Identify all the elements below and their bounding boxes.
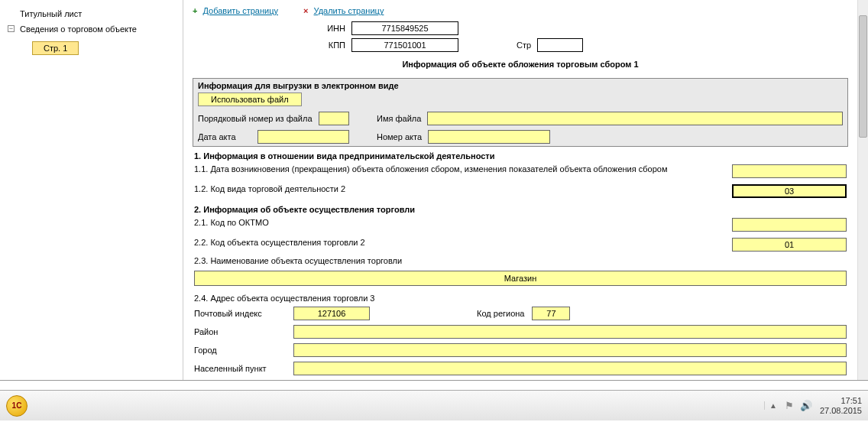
main-panel: + Добавить страницу × Удалить страницу И… bbox=[183, 0, 868, 380]
region-label: Код региона bbox=[477, 309, 524, 318]
system-tray: ▲ ⚑ 🔊 17:51 27.08.2015 bbox=[764, 396, 862, 416]
row-2-1-label: 2.1. Код по ОКТМО bbox=[194, 218, 724, 227]
sidebar: Титульный лист − Сведения о торговом объ… bbox=[0, 0, 183, 380]
use-file-button[interactable]: Использовать файл bbox=[198, 93, 302, 106]
str-field[interactable] bbox=[537, 38, 583, 52]
volume-icon[interactable]: 🔊 bbox=[800, 400, 812, 411]
row-2-2-label: 2.2. Код объекта осуществления торговли … bbox=[194, 238, 724, 247]
filename-label: Имя файла bbox=[377, 114, 421, 123]
row-2-3-label: 2.3. Наименование объекта осуществления … bbox=[193, 254, 848, 268]
row-2-3-field[interactable]: Магазин bbox=[194, 271, 847, 286]
scrollbar-thumb[interactable] bbox=[859, 15, 867, 138]
nav-trade-object[interactable]: − Сведения о торговом объекте bbox=[5, 21, 178, 37]
seq-label: Порядковый номер из файла bbox=[198, 114, 313, 123]
nav-page-1[interactable]: Стр. 1 bbox=[32, 41, 79, 55]
region-field[interactable]: 77 bbox=[532, 307, 570, 320]
str-label: Стр bbox=[517, 41, 531, 50]
city-label: Город bbox=[194, 346, 286, 355]
add-page-link[interactable]: + Добавить страницу bbox=[193, 6, 303, 15]
locality-field[interactable] bbox=[293, 362, 847, 375]
logo-1c-icon[interactable]: 1С bbox=[6, 395, 28, 417]
act-date-label: Дата акта bbox=[198, 132, 251, 141]
nav-label: Титульный лист bbox=[20, 9, 82, 18]
locality-label: Населенный пункт bbox=[194, 364, 286, 373]
section1-header: 1. Информация в отношении вида предприни… bbox=[193, 147, 848, 162]
act-num-label: Номер акта bbox=[377, 132, 422, 141]
row-2-1-field[interactable] bbox=[732, 218, 847, 232]
page-title: Информация об объекте обложения торговым… bbox=[193, 54, 848, 75]
plus-icon: + bbox=[193, 6, 197, 15]
kpp-field[interactable]: 771501001 bbox=[351, 38, 458, 52]
postal-label: Почтовый индекс bbox=[194, 309, 286, 318]
clock-date: 27.08.2015 bbox=[820, 406, 862, 416]
row-1-1-field[interactable] bbox=[732, 164, 847, 178]
clock-time: 17:51 bbox=[820, 396, 862, 406]
clock[interactable]: 17:51 27.08.2015 bbox=[820, 396, 862, 416]
inn-label: ИНН bbox=[193, 24, 345, 33]
act-date-field[interactable] bbox=[257, 130, 349, 144]
seq-field[interactable] bbox=[319, 112, 349, 125]
collapse-icon[interactable]: − bbox=[8, 25, 15, 32]
taskbar: 1С ▲ ⚑ 🔊 17:51 27.08.2015 bbox=[0, 390, 868, 420]
export-block: Информация для выгрузки в электронном ви… bbox=[193, 78, 848, 147]
delete-page-link[interactable]: × Удалить страницу bbox=[303, 6, 406, 15]
act-num-field[interactable] bbox=[428, 130, 550, 144]
city-field[interactable] bbox=[293, 343, 847, 357]
vertical-scrollbar[interactable] bbox=[857, 0, 868, 380]
page-actions: + Добавить страницу × Удалить страницу bbox=[193, 5, 848, 20]
filename-field[interactable] bbox=[427, 112, 843, 125]
flag-icon[interactable]: ⚑ bbox=[785, 400, 794, 411]
x-icon: × bbox=[303, 6, 308, 15]
nav-label: Сведения о торговом объекте bbox=[20, 24, 137, 34]
row-1-2-field[interactable]: 03 bbox=[732, 184, 847, 198]
postal-field[interactable]: 127106 bbox=[293, 307, 370, 320]
district-label: Район bbox=[194, 327, 286, 336]
inn-field[interactable]: 7715849525 bbox=[351, 21, 458, 35]
nav-title-sheet[interactable]: Титульный лист bbox=[5, 6, 178, 21]
district-field[interactable] bbox=[293, 325, 847, 339]
kpp-label: КПП bbox=[193, 41, 345, 50]
tray-expand-icon[interactable]: ▲ bbox=[764, 401, 777, 410]
export-header: Информация для выгрузки в электронном ви… bbox=[193, 79, 847, 93]
section2-header: 2. Информация об объекте осуществления т… bbox=[193, 200, 848, 216]
row-2-2-field[interactable]: 01 bbox=[732, 238, 847, 252]
row-1-2-label: 1.2. Код вида торговой деятельности 2 bbox=[194, 184, 724, 193]
row-1-1-label: 1.1. Дата возникновения (прекращения) об… bbox=[194, 164, 724, 174]
row-2-4-label: 2.4. Адрес объекта осуществления торговл… bbox=[193, 289, 848, 304]
